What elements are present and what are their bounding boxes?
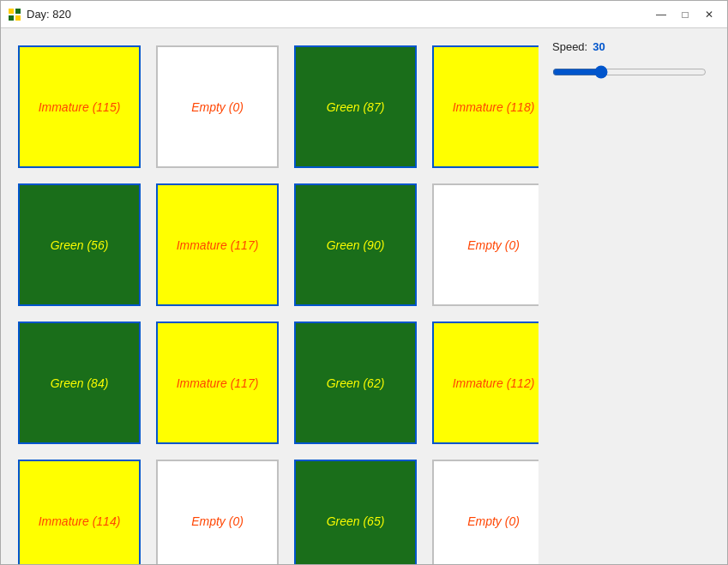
cell-label-11: Immature (112) (453, 376, 535, 390)
svg-rect-3 (15, 15, 21, 21)
grid-cell-2[interactable]: Green (87) (294, 45, 417, 168)
cell-grid: Immature (115)Empty (0)Green (87)Immatur… (18, 45, 521, 564)
cell-label-7: Empty (0) (467, 238, 520, 252)
cell-label-3: Immature (118) (453, 100, 535, 114)
app-icon (8, 8, 21, 21)
cell-label-0: Immature (115) (39, 100, 121, 114)
speed-slider-container[interactable] (552, 62, 707, 82)
grid-cell-5[interactable]: Immature (117) (156, 183, 279, 306)
grid-cell-4[interactable]: Green (56) (18, 183, 141, 306)
grid-cell-14[interactable]: Green (65) (294, 460, 417, 564)
cell-label-13: Empty (0) (191, 514, 244, 528)
sidebar: Speed: 30 (538, 28, 727, 564)
title-bar: Day: 820 — □ ✕ (1, 1, 727, 28)
cell-label-8: Green (84) (51, 376, 109, 390)
grid-cell-10[interactable]: Green (62) (294, 322, 417, 444)
grid-cell-13[interactable]: Empty (0) (156, 460, 279, 564)
grid-cell-3[interactable]: Immature (118) (432, 45, 538, 168)
grid-cell-8[interactable]: Green (84) (18, 322, 141, 444)
speed-slider[interactable] (552, 65, 707, 79)
title-bar-left: Day: 820 (8, 8, 71, 21)
maximize-button[interactable]: □ (674, 6, 696, 23)
main-window: Day: 820 — □ ✕ Immature (115)Empty (0)Gr… (0, 0, 728, 565)
grid-cell-15[interactable]: Empty (0) (432, 460, 538, 564)
cell-label-10: Green (62) (327, 376, 385, 390)
cell-label-9: Immature (117) (177, 376, 259, 390)
grid-cell-6[interactable]: Green (90) (294, 183, 417, 306)
speed-value: 30 (593, 40, 605, 53)
speed-label: Speed: (552, 40, 587, 53)
main-grid-area: Immature (115)Empty (0)Green (87)Immatur… (1, 28, 538, 564)
cell-label-6: Green (90) (327, 238, 385, 252)
grid-cell-12[interactable]: Immature (114) (18, 460, 141, 564)
grid-cell-0[interactable]: Immature (115) (18, 45, 141, 168)
window-title: Day: 820 (27, 8, 71, 21)
cell-label-4: Green (56) (51, 238, 109, 252)
grid-cell-11[interactable]: Immature (112) (432, 322, 538, 444)
grid-cell-1[interactable]: Empty (0) (156, 45, 279, 168)
svg-rect-0 (9, 9, 14, 14)
grid-cell-9[interactable]: Immature (117) (156, 322, 279, 444)
grid-cell-7[interactable]: Empty (0) (432, 183, 538, 306)
cell-label-5: Immature (117) (177, 238, 259, 252)
cell-label-1: Empty (0) (191, 100, 244, 114)
cell-label-2: Green (87) (327, 100, 385, 114)
svg-rect-1 (15, 9, 21, 14)
content-area: Immature (115)Empty (0)Green (87)Immatur… (1, 28, 727, 564)
close-button[interactable]: ✕ (698, 6, 720, 23)
cell-label-12: Immature (114) (39, 514, 121, 528)
speed-row: Speed: 30 (552, 40, 713, 53)
svg-rect-2 (9, 15, 14, 21)
cell-label-15: Empty (0) (467, 514, 520, 528)
title-bar-controls: — □ ✕ (650, 6, 720, 23)
minimize-button[interactable]: — (650, 6, 672, 23)
cell-label-14: Green (65) (327, 514, 385, 528)
